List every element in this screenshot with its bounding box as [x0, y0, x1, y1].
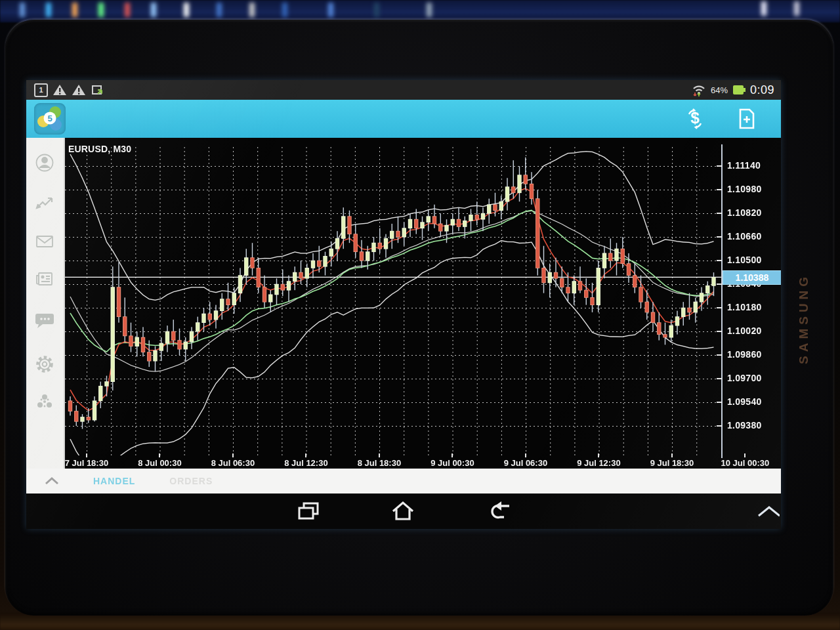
price-tick — [717, 425, 722, 427]
battery-percent: 64% — [711, 85, 728, 95]
time-tick — [159, 453, 160, 457]
account-icon[interactable] — [33, 152, 56, 174]
collapse-panel-icon[interactable] — [45, 477, 59, 485]
time-tick — [379, 453, 380, 457]
price-axis-label: 1.10500 — [727, 255, 762, 265]
time-axis-label: 7 Jul 18:30 — [55, 458, 118, 468]
sidebar — [26, 138, 64, 469]
tablet-body: SAMSUNG 1 64 — [5, 20, 833, 616]
background-monitor — [0, 0, 840, 22]
screenshot-icon — [91, 83, 106, 96]
price-tick — [717, 307, 722, 308]
tab-orders[interactable]: ORDERS — [169, 476, 213, 486]
new-order-icon[interactable] — [736, 108, 757, 130]
battery-icon — [732, 84, 746, 96]
candlestick-chart-canvas[interactable] — [65, 147, 721, 455]
time-tick — [232, 453, 234, 457]
collapse-chevron-button[interactable] — [756, 504, 780, 526]
home-button[interactable] — [391, 500, 415, 522]
bottom-tab-bar: HANDEL ORDERS — [26, 469, 781, 496]
trade-currency-icon[interactable]: $ — [684, 108, 706, 130]
tab-handel[interactable]: HANDEL — [93, 476, 135, 486]
time-axis-label: 8 Jul 06:30 — [201, 458, 264, 468]
price-axis-label: 1.11140 — [727, 160, 761, 171]
chart-symbol-label: EURUSD, M30 — [68, 144, 131, 154]
wifi-updown-icon — [691, 83, 707, 96]
warning-icon — [72, 83, 86, 96]
price-tick — [717, 236, 722, 238]
time-tick — [305, 453, 306, 457]
time-tick — [671, 453, 673, 457]
notification-count-icon: 1 — [34, 83, 48, 97]
metatrader-logo[interactable]: 5 — [34, 103, 66, 135]
android-nav-bar — [26, 494, 781, 529]
price-tick — [717, 378, 722, 379]
time-tick — [86, 453, 87, 457]
background-taskbar-icons — [20, 3, 25, 17]
price-tick — [717, 354, 722, 356]
recents-button[interactable] — [297, 500, 320, 522]
price-tick — [717, 213, 722, 214]
price-axis-label: 1.10980 — [727, 184, 762, 194]
clock: 0:09 — [750, 83, 774, 97]
app-toolbar: 5 $ — [26, 100, 781, 138]
time-axis-label: 9 Jul 06:30 — [494, 458, 557, 468]
price-tick — [717, 402, 722, 403]
time-axis-label: 8 Jul 18:30 — [348, 458, 411, 468]
price-axis-label: 1.10020 — [727, 326, 762, 336]
time-axis-label: 9 Jul 00:30 — [421, 458, 484, 468]
tablet-screen: 1 64% 0:09 — [26, 80, 781, 529]
time-axis-label: 9 Jul 12:30 — [567, 458, 630, 468]
settings-gear-icon[interactable] — [33, 353, 56, 375]
chart-area[interactable]: EURUSD, M30 1.111401.109801.108201.10660… — [64, 138, 781, 469]
time-axis-label: 8 Jul 00:30 — [128, 458, 191, 468]
time-axis-label: 10 Jul 00:30 — [713, 458, 776, 468]
time-tick — [744, 453, 746, 457]
price-tick — [717, 165, 722, 167]
warning-icon — [52, 83, 67, 96]
price-tick — [717, 331, 722, 332]
status-bar[interactable]: 1 64% 0:09 — [26, 80, 781, 100]
community-icon[interactable] — [33, 390, 56, 413]
back-button[interactable] — [490, 500, 513, 522]
price-axis-line — [721, 144, 723, 458]
price-axis-label: 1.10820 — [727, 207, 762, 218]
price-tick — [717, 189, 722, 190]
mailbox-icon[interactable] — [33, 230, 56, 253]
time-tick — [525, 453, 526, 457]
time-axis-label: 8 Jul 12:30 — [274, 458, 337, 468]
price-tick — [717, 284, 722, 285]
price-axis-label: 1.10660 — [727, 231, 762, 242]
svg-text:5: 5 — [47, 114, 52, 123]
time-axis-label: 9 Jul 18:30 — [640, 458, 704, 468]
price-axis-label: 1.09860 — [727, 349, 762, 360]
news-icon[interactable] — [33, 268, 56, 290]
photo-of-tablet: SAMSUNG 1 64 — [0, 0, 840, 630]
price-axis-label: 1.09380 — [727, 420, 762, 430]
samsung-logo: SAMSUNG — [785, 253, 823, 384]
time-tick — [452, 453, 453, 457]
price-tick — [717, 260, 722, 261]
trade-arrows-icon[interactable] — [33, 191, 56, 213]
price-axis-label: 1.09540 — [727, 396, 762, 407]
time-tick — [598, 453, 599, 457]
chat-icon[interactable] — [33, 309, 56, 331]
price-axis-label: 1.10180 — [727, 302, 762, 312]
price-axis-label: 1.09700 — [727, 373, 762, 383]
current-price-badge: 1.10388 — [723, 270, 781, 285]
